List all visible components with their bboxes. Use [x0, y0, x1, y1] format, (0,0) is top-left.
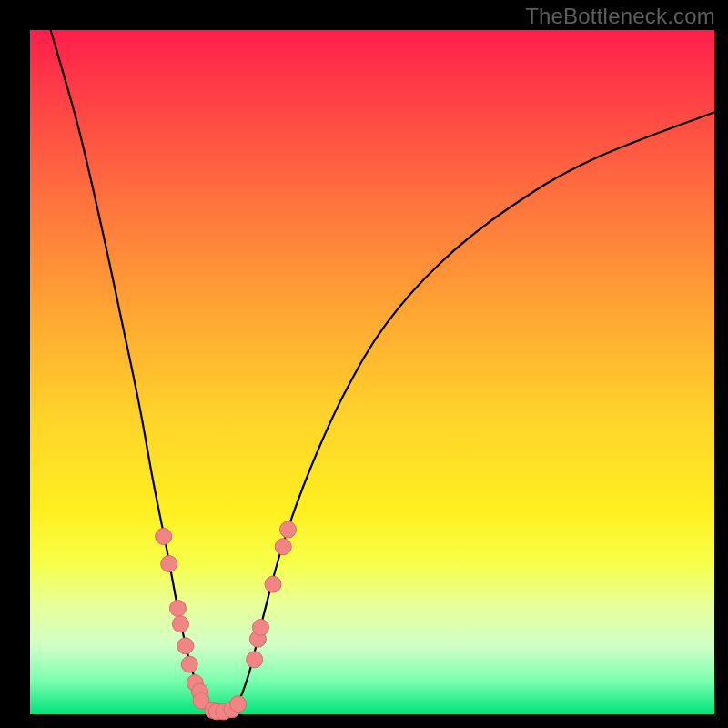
watermark-text: TheBottleneck.com: [525, 4, 715, 29]
data-marker: [230, 696, 247, 713]
data-marker: [280, 521, 297, 538]
data-marker: [177, 638, 194, 654]
data-marker: [169, 600, 186, 616]
data-marker: [247, 652, 263, 668]
left-branch-curve: [51, 30, 222, 714]
curve-svg: [30, 30, 714, 714]
chart-frame: TheBottleneck.com: [0, 0, 728, 728]
data-marker: [275, 539, 291, 555]
plot-area: [30, 30, 714, 714]
data-marker: [252, 619, 268, 635]
data-marker: [161, 556, 177, 572]
data-marker: [172, 616, 188, 632]
data-marker: [265, 576, 281, 592]
data-marker: [156, 528, 172, 544]
right-branch-curve: [222, 112, 714, 714]
data-marker: [181, 656, 197, 672]
marker-group: [156, 521, 297, 720]
